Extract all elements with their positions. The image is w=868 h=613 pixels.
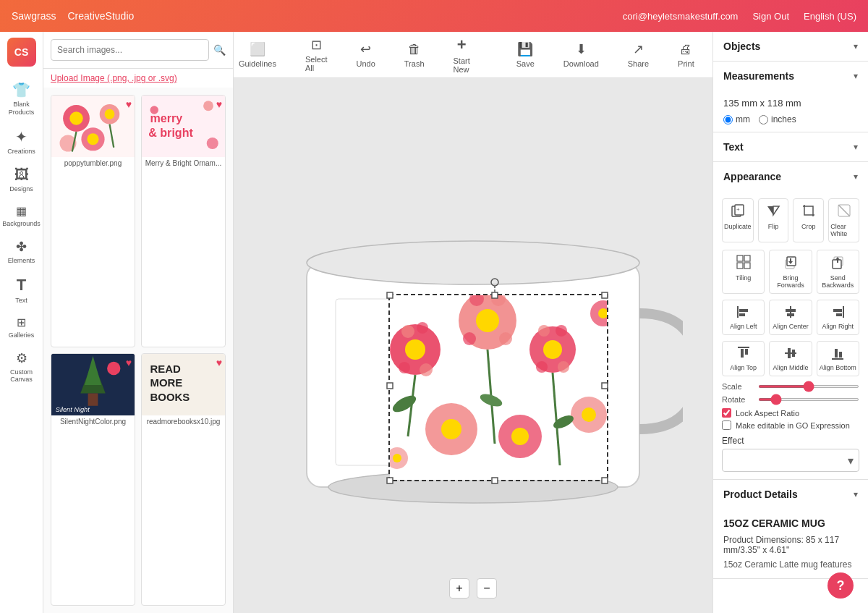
appearance-section-header[interactable]: Appearance ▾ [713,162,868,191]
search-input[interactable] [51,39,209,61]
tiling-button[interactable]: Tiling [722,250,765,294]
toolbar-trash[interactable]: 🗑 Trash [399,39,430,71]
duplicate-button[interactable]: + Duplicate [722,198,754,242]
sidebar-item-text[interactable]: T Text [2,270,41,310]
zoom-out-button[interactable]: − [477,578,497,599]
sign-out-link[interactable]: Sign Out [752,11,789,22]
svg-point-44 [463,332,476,345]
crop-button[interactable]: Crop [793,198,824,242]
text-section-header[interactable]: Text ▾ [713,132,868,161]
list-item[interactable]: merry & bright Merry & Bright Ornam... ♥ [141,95,226,347]
heart-icon[interactable]: ♥ [126,98,132,110]
toolbar-share[interactable]: ↗ Share [622,38,655,71]
flip-button[interactable]: Flip [758,198,789,242]
custom-canvas-icon: ⚙ [16,350,27,366]
appearance-section: Appearance ▾ + Duplicate [713,162,868,480]
list-item[interactable]: poppytumbler.png ♥ [51,95,135,347]
svg-point-52 [441,419,461,439]
unit-mm-label[interactable]: mm [723,114,750,124]
svg-point-4 [105,109,115,119]
align-left-button[interactable]: Align Left [722,300,765,335]
svg-point-34 [405,339,425,360]
sidebar-label-creations: Creations [7,148,35,155]
thumb-label: Merry & Bright Ornam... [142,157,225,169]
svg-point-15 [207,137,218,148]
thumb-label: poppytumbler.png [51,157,135,169]
toolbar-print[interactable]: 🖨 Print [672,39,700,71]
toolbar-save[interactable]: 💾 Save [511,38,540,71]
objects-chevron: ▾ [854,41,858,51]
upload-link[interactable]: Upload Image (.png, .jpg or .svg) [43,69,233,88]
sidebar-item-designs[interactable]: 🖼 Designs [2,161,41,198]
svg-point-56 [582,407,596,422]
sidebar-item-custom-canvas[interactable]: ⚙ Custom Canvas [2,344,41,389]
toolbar-select-all[interactable]: ⊡ Select All [299,34,333,75]
align-bottom-button[interactable]: Align Bottom [817,341,859,376]
send-backwards-button[interactable]: Send Backwards [817,250,859,294]
zoom-controls: + − [449,578,497,599]
toolbar-download[interactable]: ⬇ Download [558,38,605,71]
effect-select[interactable]: None Shadow Glow [722,449,859,472]
sidebar-item-elements[interactable]: ✤ Elements [2,233,41,270]
sidebar-item-creations[interactable]: ✦ Creations [2,122,41,161]
language-selector[interactable]: English (US) [804,11,856,22]
make-editable-label[interactable]: Make editable in GO Expression [736,421,850,430]
unit-mm-radio[interactable] [723,115,733,124]
sidebar-item-backgrounds[interactable]: ▦ Backgrounds [2,198,41,233]
svg-point-66 [393,454,401,462]
toolbar-undo[interactable]: ↩ Undo [351,38,381,71]
product-details-chevron: ▾ [854,489,858,499]
scale-slider[interactable] [758,385,859,388]
align-top-label: Align Top [730,364,757,371]
rotate-slider[interactable] [758,398,859,401]
svg-point-27 [307,241,639,284]
measurements-section-header[interactable]: Measurements ▾ [713,62,868,90]
rotate-label: Rotate [722,395,752,404]
help-button[interactable]: ? [827,572,854,599]
canvas-area[interactable]: + − [234,78,712,613]
list-item[interactable]: Silent Night SilentNightColor.png ♥ [51,353,135,606]
align-top-button[interactable]: Align Top [722,341,765,376]
objects-section-header[interactable]: Objects ▾ [713,32,868,61]
unit-inches-radio[interactable] [759,115,768,124]
make-editable-checkbox[interactable] [722,420,731,430]
tiling-icon [736,255,751,272]
unit-inches-label[interactable]: inches [759,114,796,124]
align-right-button[interactable]: Align Right [817,300,859,335]
lock-aspect-checkbox[interactable] [722,408,731,418]
heart-icon[interactable]: ♥ [216,98,222,110]
heart-icon[interactable]: ♥ [126,357,132,368]
svg-rect-96 [786,309,796,312]
sidebar-item-galleries[interactable]: ⊞ Galleries [2,310,41,344]
svg-rect-102 [741,349,744,358]
appearance-title: Appearance [723,171,781,182]
svg-marker-80 [767,206,773,215]
heart-icon[interactable]: ♥ [216,357,222,368]
scale-label: Scale [722,382,752,391]
lock-aspect-ratio-row: Lock Aspect Ratio [722,408,859,418]
align-middle-button[interactable]: Align Middle [769,341,812,376]
sidebar-label-text: Text [15,297,27,304]
product-details-header[interactable]: Product Details ▾ [713,480,868,509]
sidebar-item-blank-products[interactable]: 👕 Blank Products [2,75,41,122]
svg-rect-67 [387,292,393,298]
svg-point-43 [499,332,512,345]
bring-forwards-button[interactable]: Bring Forwards [769,250,812,294]
svg-point-47 [556,325,567,337]
svg-rect-85 [744,255,750,261]
toolbar-start-new[interactable]: + Start New [448,33,476,77]
svg-point-37 [420,363,433,376]
zoom-in-button[interactable]: + [449,578,469,599]
clear-white-button[interactable]: Clear White [828,198,859,242]
measurements-title: Measurements [723,70,794,82]
align-v-grid: Align Top Align Middle Align Bottom [722,341,859,376]
toolbar-guidelines[interactable]: ⬜ Guidelines [234,38,282,71]
text-chevron: ▾ [854,142,858,152]
search-button[interactable]: 🔍 [213,44,226,56]
svg-text:+: + [736,206,740,213]
svg-rect-100 [836,313,842,316]
align-center-button[interactable]: Align Center [769,300,812,335]
lock-aspect-label[interactable]: Lock Aspect Ratio [736,409,799,418]
list-item[interactable]: READ MORE BOOKS readmorebooksx10.jpg ♥ [141,353,226,606]
product-details-title: Product Details [723,489,798,500]
